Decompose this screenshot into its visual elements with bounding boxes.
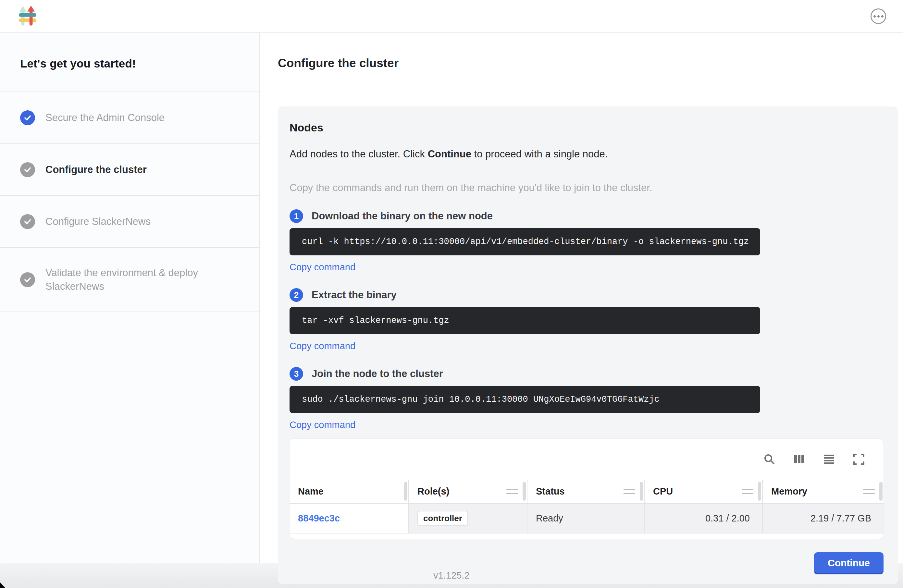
- continue-button[interactable]: Continue: [814, 552, 884, 574]
- column-header-roles[interactable]: Role(s): [408, 480, 527, 503]
- copy-command-link[interactable]: Copy command: [289, 262, 356, 273]
- node-name-link[interactable]: 8849ec3c: [298, 513, 340, 524]
- node-status-cell: Ready: [527, 504, 644, 533]
- column-header-status[interactable]: Status: [527, 480, 644, 503]
- sidebar-step-configure-cluster[interactable]: Configure the cluster: [0, 143, 259, 195]
- check-circle-icon: [20, 110, 35, 125]
- sidebar-step-secure-admin-console[interactable]: Secure the Admin Console: [0, 91, 259, 143]
- column-menu-icon[interactable]: [742, 489, 754, 494]
- role-badge: controller: [417, 511, 468, 526]
- version-label: v1.125.2: [433, 570, 469, 581]
- sidebar-step-label: Configure SlackerNews: [46, 215, 151, 228]
- setup-sidebar: Let's get you started! Secure the Admin …: [0, 33, 260, 563]
- continue-row: Continue: [289, 552, 884, 574]
- step-number-badge: 1: [289, 209, 303, 223]
- sidebar-step-label: Configure the cluster: [46, 163, 147, 176]
- search-icon[interactable]: [763, 453, 776, 466]
- table-toolbar: [289, 439, 884, 480]
- join-hint: Copy the commands and run them on the ma…: [289, 182, 884, 194]
- sidebar-heading: Let's get you started!: [0, 33, 259, 70]
- node-roles-cell: controller: [408, 504, 527, 533]
- column-header-cpu[interactable]: CPU: [644, 480, 762, 503]
- column-separator[interactable]: [522, 482, 526, 501]
- ellipsis-icon: [873, 15, 884, 17]
- title-divider: [278, 86, 898, 86]
- copy-command-link[interactable]: Copy command: [289, 341, 356, 351]
- nodes-intro: Add nodes to the cluster. Click Continue…: [289, 148, 884, 160]
- node-cpu-cell: 0.31 / 2.00: [644, 504, 762, 533]
- step-title: Download the binary on the new node: [311, 210, 493, 222]
- fullscreen-icon[interactable]: [853, 453, 865, 466]
- join-step-1: 1 Download the binary on the new node: [289, 209, 884, 223]
- join-step-2: 2 Extract the binary: [289, 288, 884, 302]
- table-header-row: Name Role(s) Status CPU: [289, 480, 884, 504]
- command-code-block: curl -k https://10.0.0.11:30000/api/v1/e…: [289, 228, 760, 255]
- check-circle-icon: [20, 272, 35, 287]
- sidebar-step-label: Secure the Admin Console: [46, 111, 165, 124]
- copy-command-link[interactable]: Copy command: [289, 420, 356, 430]
- topbar: [0, 0, 903, 33]
- column-menu-icon[interactable]: [623, 489, 635, 494]
- check-circle-icon: [20, 162, 35, 177]
- mouse-cursor: [0, 582, 5, 588]
- step-number-badge: 2: [289, 288, 303, 302]
- nodes-table-panel: Name Role(s) Status CPU: [289, 439, 884, 539]
- sidebar-step-validate-deploy[interactable]: Validate the environment & deploy Slacke…: [0, 247, 259, 311]
- column-separator[interactable]: [404, 482, 407, 501]
- density-icon[interactable]: [823, 453, 835, 466]
- check-circle-icon: [20, 214, 35, 229]
- slackernews-logo-icon: [19, 6, 36, 27]
- command-code-block: tar -xvf slackernews-gnu.tgz: [289, 307, 760, 334]
- join-step-3: 3 Join the node to the cluster: [289, 367, 884, 380]
- step-title: Extract the binary: [311, 289, 396, 301]
- overflow-menu-button[interactable]: [870, 8, 886, 24]
- column-header-name[interactable]: Name: [289, 480, 408, 503]
- setup-steps-list: Secure the Admin Console Configure the c…: [0, 91, 259, 312]
- step-number-badge: 3: [289, 367, 303, 380]
- nodes-card: Nodes Add nodes to the cluster. Click Co…: [278, 107, 898, 584]
- column-separator[interactable]: [758, 482, 761, 501]
- column-header-memory[interactable]: Memory: [762, 480, 884, 503]
- content-shell: Let's get you started! Secure the Admin …: [0, 33, 903, 563]
- column-menu-icon[interactable]: [863, 489, 875, 494]
- view-columns-icon[interactable]: [793, 453, 805, 466]
- node-memory-cell: 2.19 / 7.77 GB: [762, 504, 884, 533]
- node-table-row: 8849ec3c controller Ready 0.31 / 2.00 2.…: [289, 504, 884, 533]
- step-title: Join the node to the cluster: [311, 368, 443, 380]
- command-code-block: sudo ./slackernews-gnu join 10.0.0.11:30…: [289, 386, 760, 413]
- sidebar-step-configure-slackernews[interactable]: Configure SlackerNews: [0, 195, 259, 247]
- sidebar-step-label: Validate the environment & deploy Slacke…: [46, 266, 221, 293]
- column-menu-icon[interactable]: [507, 489, 518, 494]
- nodes-heading: Nodes: [289, 121, 884, 134]
- node-name-cell: 8849ec3c: [289, 504, 408, 533]
- page-title: Configure the cluster: [278, 57, 898, 70]
- column-separator[interactable]: [640, 482, 643, 501]
- main-content: Configure the cluster Nodes Add nodes to…: [260, 33, 903, 563]
- column-separator[interactable]: [879, 482, 883, 501]
